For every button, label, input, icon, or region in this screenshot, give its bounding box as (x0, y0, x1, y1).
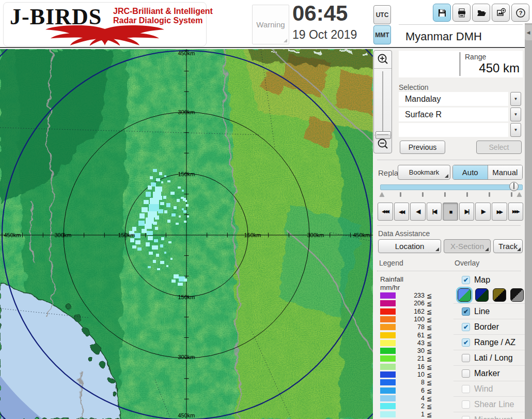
timeline-start-marker[interactable]: ▲ (378, 190, 386, 198)
x-section-button[interactable]: X-Section (444, 239, 491, 253)
clock-date: 19 Oct 2019 (292, 28, 357, 42)
legend-row: 233≦ (380, 292, 447, 300)
checkbox-checked[interactable]: ✔ (462, 307, 470, 316)
playback-controls: ◀◀◀◀◀◀|◀■▶|▶▶▶▶▶▶ (378, 203, 523, 221)
terrain-map: 450km300km150km150km300km450km450km300km… (0, 49, 373, 419)
help-button[interactable]: ? (511, 4, 529, 22)
station-name-field[interactable]: Myanmar DMH (400, 27, 523, 46)
timeline-end-marker[interactable]: ▲ (515, 190, 523, 198)
print-icon (457, 8, 467, 18)
x-section-label: X-Section (450, 242, 484, 251)
playback-5-button[interactable]: ■ (443, 203, 458, 221)
mmt-label: MMT (375, 32, 389, 39)
previous-button[interactable]: Previous (400, 141, 445, 154)
location-button[interactable]: Location (378, 239, 441, 253)
site-dropdown-arrow[interactable]: ▼ (510, 92, 521, 106)
legend-row: 30≦ (380, 347, 447, 355)
timeline-tick (489, 192, 490, 197)
playback-8-button[interactable]: ▶▶ (492, 203, 507, 221)
playback-1-button[interactable]: ◀◀◀ (378, 203, 393, 221)
zoom-slider-track[interactable] (382, 71, 383, 132)
svg-text:150km: 150km (178, 294, 195, 300)
legend-lte-icon: ≦ (427, 355, 432, 363)
overlay-row-map[interactable]: ✔Map (453, 273, 525, 287)
option-dropdown-arrow[interactable]: ▼ (510, 123, 521, 137)
map-style-3[interactable] (493, 288, 506, 302)
save-button[interactable] (433, 4, 451, 22)
checkbox-unchecked[interactable] (462, 416, 470, 419)
legend-lte-icon: ≦ (427, 363, 432, 371)
legend-row: 2≦ (380, 402, 447, 410)
select-button[interactable]: Select (476, 141, 522, 154)
legend-swatch (380, 324, 396, 330)
legend-value: 30 (400, 347, 425, 354)
checkbox-checked[interactable]: ✔ (462, 323, 470, 331)
overlay-row-range-az[interactable]: ✔Range / AZ (453, 334, 525, 350)
overlay-row-border[interactable]: ✔Border (453, 319, 525, 334)
panel-collapse-tab[interactable]: ◀ (525, 25, 532, 40)
overlay-row-shear-line[interactable]: Shear Line (453, 396, 525, 412)
option-dropdown[interactable] (399, 123, 508, 137)
corner-more-icon (445, 174, 448, 178)
manual-button[interactable]: Manual (488, 165, 523, 179)
playback-2-button[interactable]: ◀◀ (394, 203, 410, 221)
product-dropdown-arrow[interactable]: ▼ (510, 107, 521, 121)
playback-7-button[interactable]: ▶ (475, 203, 491, 221)
legend-lte-icon: ≦ (427, 411, 432, 418)
checkbox-unchecked[interactable] (462, 354, 470, 362)
eagle-icon (8, 23, 202, 46)
legend-lte-icon: ≦ (427, 347, 432, 355)
overlay-row-microburst[interactable]: Microburst (453, 412, 525, 419)
svg-text:450km: 450km (353, 232, 370, 238)
mmt-button[interactable]: MMT (373, 25, 391, 44)
zoom-out-button[interactable] (374, 135, 392, 153)
svg-text:150km: 150km (178, 171, 195, 177)
legend-swatch (380, 292, 396, 299)
map-style-4[interactable] (510, 288, 524, 302)
legend-row: 78≦ (380, 323, 447, 331)
playback-3-button[interactable]: ◀ (410, 203, 426, 221)
replay-timeline-track[interactable] (380, 184, 523, 190)
range-label: Range (465, 53, 486, 61)
map-style-2[interactable] (475, 288, 489, 302)
svg-text:450km: 450km (178, 50, 195, 56)
overlay-list: ✔Map✔Line✔Border✔Range / AZLati / LongMa… (453, 273, 525, 419)
svg-text:?: ? (519, 10, 522, 16)
checkbox-unchecked[interactable] (462, 369, 470, 378)
legend-swatch (380, 332, 396, 338)
bookmark-button[interactable]: Bookmark (398, 165, 450, 180)
radar-map-canvas[interactable]: 450km300km150km150km300km450km450km300km… (0, 49, 373, 419)
open-folder-button[interactable] (472, 4, 490, 22)
playback-4-button[interactable]: |◀ (427, 203, 442, 221)
station-name: Myanmar DMH (405, 30, 482, 43)
checkbox-checked[interactable]: ✔ (462, 276, 470, 284)
chevron-down-icon: ▼ (514, 97, 518, 101)
checkbox-checked[interactable]: ✔ (462, 338, 470, 347)
zoom-in-button[interactable] (374, 51, 392, 69)
overlay-row-lati-long[interactable]: Lati / Long (453, 350, 525, 365)
playback-icon: ◀ (416, 208, 419, 215)
legend-value: 61 (400, 332, 425, 339)
overlay-row-line[interactable]: ✔Line (453, 303, 525, 319)
data-assistance-label: Data Assistance (378, 229, 430, 238)
site-dropdown[interactable]: Mandalay (399, 92, 508, 106)
playback-9-button[interactable]: ▶▶▶ (508, 203, 524, 221)
legend-row: 61≦ (380, 332, 447, 339)
checkbox-unchecked[interactable] (462, 400, 470, 409)
map-style-1[interactable] (458, 288, 471, 302)
legend-lte-icon: ≦ (427, 379, 432, 386)
checkbox-unchecked[interactable] (462, 385, 470, 393)
utc-button[interactable]: UTC (373, 5, 391, 24)
legend-swatch (380, 316, 396, 322)
playback-6-button[interactable]: ▶| (459, 203, 475, 221)
print-button[interactable] (452, 4, 471, 22)
product-dropdown[interactable]: Surface R (399, 107, 508, 121)
overlay-row-marker[interactable]: Marker (453, 365, 525, 381)
legend-lte-icon: ≦ (427, 339, 432, 347)
panel-scroll-strip[interactable] (525, 23, 532, 419)
add-image-button[interactable] (492, 4, 510, 22)
auto-button[interactable]: Auto (453, 165, 488, 179)
warning-button[interactable]: Warning (252, 5, 289, 44)
track-button[interactable]: Track (493, 239, 523, 253)
overlay-row-wind[interactable]: Wind (453, 381, 525, 396)
